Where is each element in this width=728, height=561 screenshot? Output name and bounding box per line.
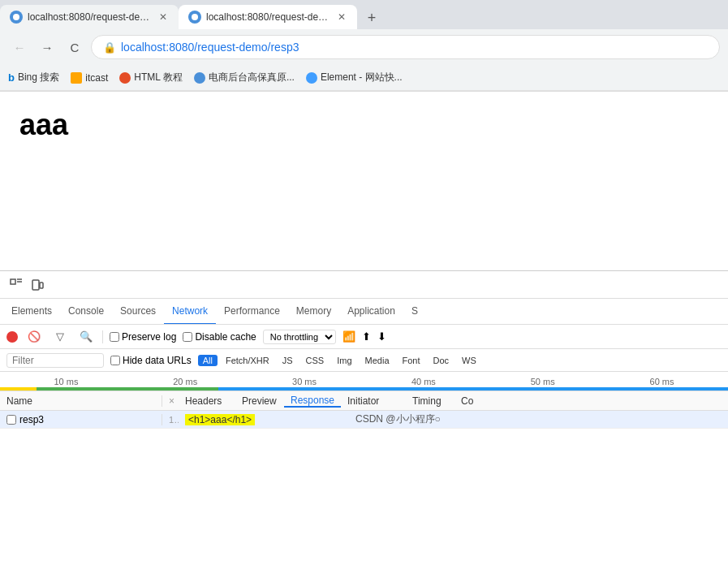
tab-memory[interactable]: Memory [288, 299, 339, 325]
tab-application[interactable]: Application [339, 299, 403, 325]
svg-rect-3 [32, 280, 39, 290]
timeline-marker: 60 ms [602, 377, 722, 386]
bing-icon: b [8, 71, 15, 84]
search-button[interactable]: 🔍 [76, 327, 96, 347]
address-bar[interactable]: 🔒 localhost:8080/request-demo/resp3 [91, 35, 720, 59]
bookmark-html-label: HTML 教程 [134, 71, 183, 84]
tab-close-1[interactable]: ✕ [157, 10, 169, 24]
timeline-markers: 10 ms20 ms30 ms40 ms50 ms60 ms [6, 377, 722, 386]
filter-input[interactable] [6, 353, 104, 368]
filter-tag-ws[interactable]: WS [457, 355, 481, 366]
disable-cache-checkbox-group[interactable]: Disable cache [183, 331, 256, 343]
tab-sources[interactable]: Sources [112, 299, 164, 325]
preserve-log-checkbox[interactable] [110, 332, 119, 342]
filter-tag-fetch/xhr[interactable]: Fetch/XHR [221, 355, 274, 366]
devtools-panel: Elements Console Sources Network Perform… [0, 270, 728, 520]
column-co: Co [454, 395, 479, 407]
browser-tab-1[interactable]: localhost:8080/request-demo/ ✕ [0, 5, 179, 29]
tab-favicon-1 [10, 11, 23, 24]
itcast-icon [71, 72, 82, 84]
tab-console[interactable]: Console [60, 299, 112, 325]
timeline: 10 ms20 ms30 ms40 ms50 ms60 ms [0, 372, 728, 391]
timeline-marker: 30 ms [245, 377, 364, 386]
filter-tag-font[interactable]: Font [398, 355, 425, 366]
forward-button[interactable]: → [36, 36, 58, 58]
response-content-cell: <h1>aaa</h1> [179, 414, 349, 425]
request-table: resp3 1 <h1>aaa</h1> CSDN @小小程序○ [0, 411, 728, 520]
browser-chrome: localhost:8080/request-demo/ ✕ localhost… [0, 0, 728, 92]
device-toggle-button[interactable] [28, 275, 47, 295]
table-row[interactable]: resp3 1 <h1>aaa</h1> CSDN @小小程序○ [0, 411, 728, 429]
element-icon [306, 72, 317, 84]
devtools-top-toolbar [0, 271, 728, 299]
throttle-select[interactable]: No throttling [263, 330, 336, 344]
browser-tab-2[interactable]: localhost:8080/request-demo/ ✕ [179, 5, 357, 29]
upload-icon: ⬆ [362, 330, 371, 343]
tab-title-1: localhost:8080/request-demo/ [28, 11, 153, 23]
bookmark-itcast-label: itcast [85, 72, 108, 84]
column-headers: Headers [179, 395, 235, 407]
filter-tag-all[interactable]: All [198, 355, 218, 366]
download-icon: ⬇ [377, 330, 386, 343]
hide-data-urls-checkbox[interactable] [110, 356, 120, 365]
bookmark-shop[interactable]: 电商后台高保真原... [194, 71, 295, 84]
tab-close-2[interactable]: ✕ [336, 10, 347, 24]
filter-tag-js[interactable]: JS [278, 355, 298, 366]
tab-more[interactable]: S [403, 299, 426, 325]
reload-button[interactable]: C [63, 36, 86, 58]
filter-toggle-button[interactable]: ▽ [50, 327, 70, 347]
column-initiator: Initiator [341, 395, 406, 407]
bookmark-itcast[interactable]: itcast [71, 72, 108, 84]
response-content: <h1>aaa</h1> [185, 414, 255, 425]
tab-title-2: localhost:8080/request-demo/ [206, 11, 331, 23]
html-icon [119, 72, 131, 84]
row-checkbox[interactable] [6, 415, 16, 425]
address-text: localhost:8080/request-demo/resp3 [121, 41, 299, 54]
bookmark-element[interactable]: Element - 网站快... [306, 71, 403, 84]
column-name: Name [0, 395, 162, 407]
hide-data-urls-group[interactable]: Hide data URLs [110, 355, 192, 366]
tab-network[interactable]: Network [164, 299, 216, 325]
disable-cache-label: Disable cache [195, 331, 256, 343]
tab-performance[interactable]: Performance [216, 299, 288, 325]
throttle-select-wrapper[interactable]: No throttling [263, 330, 336, 344]
clear-button[interactable]: 🚫 [24, 327, 44, 347]
bookmark-html[interactable]: HTML 教程 [119, 71, 183, 84]
wifi-icon: 📶 [342, 330, 355, 343]
back-button[interactable]: ← [8, 36, 31, 58]
table-header: Name × Headers Preview Response Initiato… [0, 391, 728, 411]
disable-cache-checkbox[interactable] [183, 332, 192, 342]
nav-bar: ← → C 🔒 localhost:8080/request-demo/resp… [0, 29, 728, 65]
page-content: aaa [0, 92, 728, 270]
filter-tag-media[interactable]: Media [360, 355, 394, 366]
bookmark-shop-label: 电商后台高保真原... [209, 71, 295, 84]
timeline-marker: 10 ms [6, 377, 126, 386]
timeline-progress-bar [0, 387, 728, 391]
filter-tag-doc[interactable]: Doc [429, 355, 454, 366]
svg-rect-4 [40, 283, 43, 288]
devtools-tabs: Elements Console Sources Network Perform… [0, 299, 728, 325]
timeline-marker: 40 ms [364, 377, 483, 386]
tab-bar: localhost:8080/request-demo/ ✕ localhost… [0, 0, 728, 29]
timeline-marker: 50 ms [483, 377, 602, 386]
initiator-cell: CSDN @小小程序○ [349, 412, 495, 426]
bookmark-bing-label: Bing 搜索 [18, 71, 59, 84]
inspect-element-button[interactable] [6, 275, 26, 295]
bookmarks-bar: b Bing 搜索 itcast HTML 教程 电商后台高保真原... Ele… [0, 65, 728, 91]
filter-tag-img[interactable]: Img [332, 355, 356, 366]
svg-rect-0 [11, 279, 15, 284]
column-response: Response [284, 395, 341, 408]
filter-tag-css[interactable]: CSS [301, 355, 330, 366]
tab-favicon-2 [188, 11, 201, 24]
shop-icon [194, 72, 205, 84]
filter-tags: AllFetch/XHRJSCSSImgMediaFontDocWS [198, 355, 481, 366]
bookmark-bing[interactable]: b Bing 搜索 [8, 71, 59, 84]
column-timing: Timing [406, 395, 454, 407]
preserve-log-label: Preserve log [122, 331, 176, 343]
tab-elements[interactable]: Elements [3, 299, 60, 325]
record-button[interactable] [6, 331, 18, 343]
filter-bar: Hide data URLs AllFetch/XHRJSCSSImgMedia… [0, 349, 728, 372]
preserve-log-checkbox-group[interactable]: Preserve log [110, 331, 176, 343]
request-line: 1 [162, 415, 179, 425]
new-tab-button[interactable]: + [360, 6, 383, 29]
